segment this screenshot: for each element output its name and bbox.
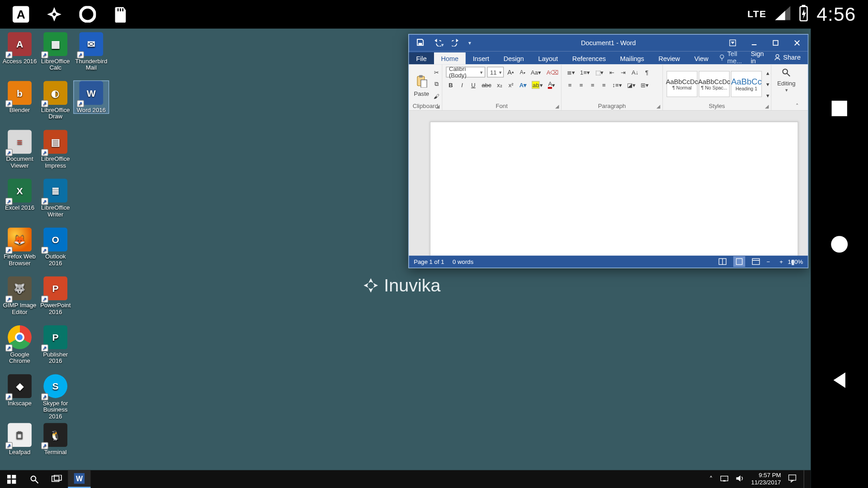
grow-font-icon[interactable]: A▴ [505, 67, 516, 78]
clipboard-dialog-icon[interactable]: ◢ [436, 103, 439, 109]
status-page[interactable]: Page 1 of 1 [414, 258, 444, 265]
multilevel-icon[interactable]: ⬚▾ [594, 67, 605, 78]
start-icon[interactable] [0, 470, 23, 488]
showmarks-icon[interactable]: ¶ [642, 67, 651, 78]
dec-indent-icon[interactable]: ⇤ [607, 67, 617, 78]
web-layout-icon[interactable] [750, 256, 762, 267]
format-painter-icon[interactable]: 🖌 [432, 90, 441, 101]
numbering-icon[interactable]: 1≡▾ [578, 67, 592, 78]
desktop-icon-outlook[interactable]: O↗Outlook 2016 [38, 228, 72, 267]
network-tray-icon[interactable] [720, 475, 728, 483]
align-center-icon[interactable]: ≡ [576, 79, 586, 90]
desktop-icon-gimp[interactable]: 🐺↗GIMP Image Editor [2, 277, 37, 315]
desktop-icon-locals[interactable]: ▦↗LibreOffice Calc [38, 32, 72, 71]
search-icon[interactable] [23, 470, 45, 488]
desktop-icon-docviewer[interactable]: ≡↗Document Viewer [2, 130, 37, 169]
desktop-icon-terminal[interactable]: 🐧↗Terminal [38, 423, 72, 455]
status-words[interactable]: 0 words [453, 258, 473, 265]
sort-icon[interactable]: A↓ [630, 67, 640, 78]
align-left-icon[interactable]: ≡ [565, 79, 575, 90]
minimize-icon[interactable] [743, 34, 764, 51]
styles-dialog-icon[interactable]: ◢ [765, 103, 769, 109]
desktop-icon-chrome[interactable]: ↗Google Chrome [2, 325, 37, 364]
ribbon-options-icon[interactable] [722, 34, 743, 51]
tab-references[interactable]: References [565, 52, 613, 64]
zoom-in-button[interactable]: + [779, 258, 783, 265]
maximize-icon[interactable] [765, 34, 786, 51]
tab-insert[interactable]: Insert [466, 52, 496, 64]
sign-in-link[interactable]: Sign in [751, 50, 765, 65]
show-desktop-button[interactable] [804, 470, 807, 488]
tab-home[interactable]: Home [434, 52, 466, 64]
desktop-icon-excel[interactable]: X↗Excel 2016 [2, 179, 37, 211]
bullets-icon[interactable]: ≣▾ [565, 67, 576, 78]
tab-layout[interactable]: Layout [531, 52, 565, 64]
taskview-icon[interactable] [45, 470, 68, 488]
highlight-icon[interactable]: ab▾ [530, 79, 545, 90]
line-spacing-icon[interactable]: ↕≡▾ [610, 79, 623, 90]
clear-format-icon[interactable]: A⌫ [545, 67, 561, 78]
desktop-icon-skype[interactable]: S↗Skype for Business 2016 [38, 374, 72, 419]
tab-mailings[interactable]: Mailings [613, 52, 651, 64]
remote-desktop[interactable]: Inuvika A↗Access 2016 b↗Blender ≡↗Docume… [0, 28, 811, 488]
subscript-button[interactable]: x₂ [495, 79, 505, 90]
taskbar-clock[interactable]: 9:57 PM 11/23/2017 [751, 472, 781, 486]
tab-file[interactable]: File [409, 52, 434, 64]
font-size-combo[interactable]: 11▾ [487, 67, 504, 78]
zoom-percent[interactable]: 100% [788, 258, 803, 265]
copy-icon[interactable]: ⧉ [432, 79, 441, 89]
print-layout-icon[interactable] [733, 256, 745, 267]
underline-button[interactable]: U [468, 79, 478, 90]
word-titlebar[interactable]: ▾ ▾ Document1 - Word [409, 34, 808, 51]
undo-icon[interactable]: ▾ [433, 38, 443, 47]
paragraph-dialog-icon[interactable]: ◢ [656, 103, 660, 109]
change-case-icon[interactable]: Aa▾ [529, 67, 543, 78]
font-name-combo[interactable]: Calibri (Body)▾ [446, 67, 485, 78]
desktop-icon-access[interactable]: A↗Access 2016 [2, 32, 37, 64]
font-color-icon[interactable]: A▾ [547, 79, 557, 90]
italic-button[interactable]: I [457, 79, 467, 90]
style-nospacing[interactable]: AaBbCcDc ¶ No Spac... [698, 71, 730, 97]
style-normal[interactable]: AaBbCcDc ¶ Normal [666, 71, 698, 97]
strike-button[interactable]: abc [480, 79, 493, 90]
customize-qat-icon[interactable]: ▾ [468, 40, 472, 46]
borders-icon[interactable]: ⊞▾ [639, 79, 650, 90]
collapse-ribbon-icon[interactable]: ˄ [796, 103, 799, 109]
find-icon[interactable] [778, 67, 794, 79]
word-document-area[interactable] [409, 111, 808, 255]
tab-design[interactable]: Design [496, 52, 531, 64]
shrink-font-icon[interactable]: A▾ [518, 67, 527, 78]
zoom-out-button[interactable]: − [766, 258, 770, 265]
paste-button[interactable] [413, 71, 431, 90]
justify-icon[interactable]: ≡ [599, 79, 609, 90]
chevron-up-icon[interactable]: ˄ [709, 475, 713, 483]
desktop-icon-loimpress[interactable]: ▤↗LibreOffice Impress [38, 130, 72, 169]
close-icon[interactable] [786, 34, 807, 51]
share-button[interactable]: Share [774, 54, 801, 61]
desktop-icon-publisher[interactable]: P↗Publisher 2016 [38, 325, 72, 364]
recents-square-icon[interactable] [830, 99, 849, 118]
desktop-icon-thunderbird[interactable]: ✉↗Thunderbird Mail [74, 32, 108, 71]
word-window[interactable]: ▾ ▾ Document1 - Word File Home Insert De… [408, 34, 808, 268]
desktop-icon-ppt[interactable]: P↗PowerPoint 2016 [38, 277, 72, 315]
desktop-icon-lodraw[interactable]: ◐↗LibreOffice Draw [38, 81, 72, 120]
desktop-icon-leafpad[interactable]: 🗒↗Leafpad [2, 423, 37, 455]
shading-icon[interactable]: ◪▾ [625, 79, 637, 90]
superscript-button[interactable]: x² [506, 79, 516, 90]
tab-view[interactable]: View [687, 52, 716, 64]
inc-indent-icon[interactable]: ⇥ [618, 67, 628, 78]
bold-button[interactable]: B [446, 79, 455, 90]
volume-icon[interactable] [736, 475, 744, 483]
taskbar-word-icon[interactable]: W [68, 470, 90, 488]
text-effects-icon[interactable]: A▾ [518, 79, 528, 90]
tell-me-search[interactable]: Tell me... [719, 50, 751, 65]
redo-icon[interactable] [452, 38, 460, 47]
desktop-icon-word[interactable]: W↗Word 2016 [74, 81, 108, 113]
back-triangle-icon[interactable] [830, 371, 849, 389]
desktop-icon-firefox[interactable]: 🦊↗Firefox Web Browser [2, 228, 37, 267]
save-icon[interactable] [416, 38, 424, 47]
read-mode-icon[interactable] [717, 256, 728, 267]
word-page[interactable] [429, 122, 798, 256]
tab-review[interactable]: Review [651, 52, 687, 64]
cut-icon[interactable]: ✂ [432, 67, 441, 78]
